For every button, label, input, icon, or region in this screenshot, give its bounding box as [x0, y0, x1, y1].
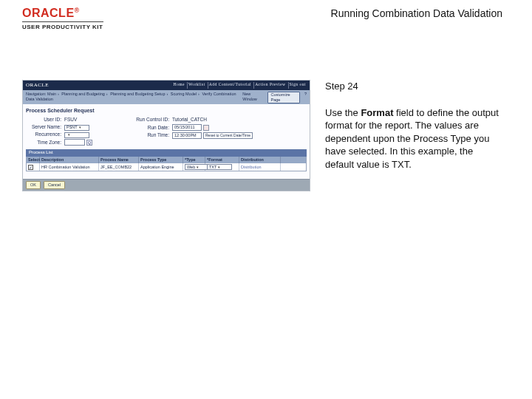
registered-mark: ®	[75, 7, 80, 14]
row-user-id: User ID: FSUV	[26, 117, 103, 123]
app-topbar: ORACLE Home Worklist Add Content/Tutoria…	[23, 81, 310, 90]
step-label: Step 24	[325, 80, 502, 93]
value-run-control: Tutorial_CATCH	[172, 117, 211, 123]
cell-process-type: Application Engine	[139, 163, 183, 171]
cell-process-name: JF_EE_COMB22	[99, 163, 139, 171]
label-run-date: Run Date:	[125, 125, 169, 131]
process-list-header: Process List	[26, 149, 307, 157]
cancel-button[interactable]: Cancel	[44, 181, 65, 189]
new-window-link[interactable]: New Window	[242, 92, 263, 103]
th-type: *Type	[183, 157, 205, 163]
logo-block: ORACLE® USER PRODUCTIVITY KIT	[22, 7, 103, 30]
topnav-worklist[interactable]: Worklist	[187, 82, 206, 89]
cell-type: Web	[183, 163, 205, 171]
label-time-zone: Time Zone:	[26, 140, 61, 146]
document-title: Running Combination Data Validation	[331, 7, 502, 19]
help-icon[interactable]: ?	[304, 92, 307, 103]
topnav-actionpreview[interactable]: Action Preview	[253, 82, 286, 89]
format-select[interactable]: TXT	[207, 164, 232, 170]
label-server-name: Server Name:	[26, 124, 61, 130]
crumb-1[interactable]: Planning and Budgeting	[61, 92, 104, 96]
embedded-screenshot: ORACLE Home Worklist Add Content/Tutoria…	[22, 80, 310, 191]
app-topnav: Home Worklist Add Content/Tutorial Actio…	[173, 82, 307, 89]
server-name-select[interactable]: PSNT	[64, 125, 89, 131]
ok-button[interactable]: OK	[26, 181, 41, 189]
breadcrumb: Navigation: Main› Planning and Budgeting…	[26, 92, 242, 103]
cell-description: HR Combination Validation	[40, 163, 99, 171]
breadcrumb-bar: Navigation: Main› Planning and Budgeting…	[23, 90, 310, 104]
row-run-control: Run Control ID: Tutorial_CATCH	[125, 117, 253, 123]
label-run-time: Run Time:	[125, 132, 169, 138]
th-process-name: Process Name	[99, 157, 139, 163]
instruction-panel: Step 24 Use the Format field to define t…	[325, 80, 502, 171]
main-content: ORACLE Home Worklist Add Content/Tutoria…	[22, 80, 502, 191]
table-header-row: Select Description Process Name Process …	[27, 157, 306, 163]
page-title: Process Scheduler Request	[23, 104, 310, 115]
customize-page-button[interactable]: Customize Page	[267, 92, 299, 103]
crumb-2[interactable]: Planning and Budgeting Setup	[110, 92, 165, 96]
crumb-3[interactable]: Scoring Model	[171, 92, 197, 96]
row-time-zone: Time Zone: Q	[26, 139, 103, 146]
th-format: *Format	[205, 157, 239, 163]
lookup-icon[interactable]: Q	[86, 140, 92, 146]
run-date-input[interactable]: 05/15/2011	[172, 124, 202, 131]
th-description: Description	[40, 157, 99, 163]
row-checkbox[interactable]: ✓	[28, 165, 33, 170]
value-user-id: FSUV	[64, 117, 103, 123]
time-zone-input[interactable]	[64, 139, 85, 146]
app-window: ORACLE Home Worklist Add Content/Tutoria…	[22, 80, 310, 191]
form-area: User ID: FSUV Server Name: PSNT Recurren…	[23, 115, 310, 147]
oracle-logo-text: ORACLE	[22, 7, 75, 19]
instr-bold: Format	[361, 107, 393, 118]
button-bar: OK Cancel	[23, 179, 310, 191]
type-select[interactable]: Web	[185, 164, 210, 170]
row-recurrence: Recurrence:	[26, 132, 103, 137]
row-run-time: Run Time: 12:30:00PM Reset to Current Da…	[125, 132, 253, 139]
oracle-logo: ORACLE®	[22, 7, 80, 19]
label-run-control: Run Control ID:	[125, 117, 169, 123]
label-recurrence: Recurrence:	[26, 132, 61, 137]
th-distribution: Distribution	[239, 157, 281, 163]
app-brand: ORACLE	[26, 82, 49, 89]
recurrence-select[interactable]	[64, 132, 89, 138]
topnav-addcontent[interactable]: Add Content/Tutorial	[208, 82, 252, 89]
th-process-type: Process Type	[139, 157, 183, 163]
label-user-id: User ID:	[26, 117, 61, 123]
cell-format: TXT	[205, 163, 239, 171]
instr-pre: Use the	[325, 107, 361, 118]
cell-distribution[interactable]: Distribution	[239, 163, 281, 171]
row-server-name: Server Name: PSNT	[26, 124, 103, 130]
form-right-column: Run Control ID: Tutorial_CATCH Run Date:…	[125, 117, 253, 146]
cell-select: ✓	[27, 163, 40, 171]
topnav-home[interactable]: Home	[173, 82, 185, 89]
th-select: Select	[27, 157, 40, 163]
instruction-body: Use the Format field to define the outpu…	[325, 106, 502, 171]
logo-divider	[22, 21, 103, 22]
form-left-column: User ID: FSUV Server Name: PSNT Recurren…	[26, 117, 103, 146]
process-table: Select Description Process Name Process …	[26, 157, 307, 171]
crumb-0[interactable]: Navigation: Main	[26, 92, 56, 96]
run-time-input[interactable]: 12:30:00PM	[172, 132, 202, 139]
topnav-signout[interactable]: Sign out	[288, 82, 307, 89]
row-run-date: Run Date: 05/15/2011	[125, 124, 253, 131]
upk-label: USER PRODUCTIVITY KIT	[22, 24, 103, 30]
calendar-icon[interactable]	[203, 125, 209, 131]
table-row: ✓ HR Combination Validation JF_EE_COMB22…	[27, 163, 306, 171]
page-header: ORACLE® USER PRODUCTIVITY KIT Running Co…	[0, 3, 532, 42]
crumb-right-links: New Window Customize Page ?	[242, 92, 307, 103]
reset-time-button[interactable]: Reset to Current Date/Time	[203, 132, 253, 139]
